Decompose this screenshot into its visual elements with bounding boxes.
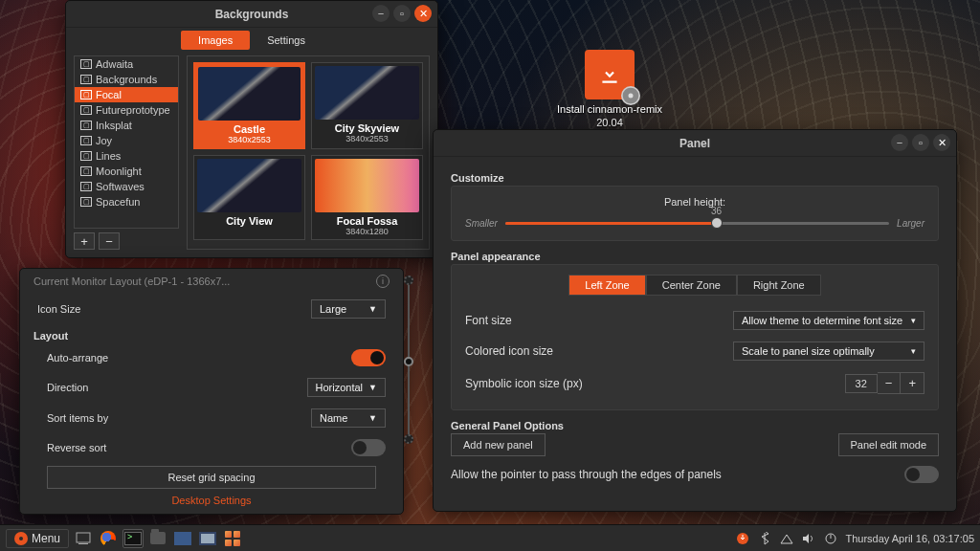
allow-pointer-toggle[interactable] (904, 466, 939, 483)
folder-icon: ▢ (80, 136, 92, 145)
symbolic-icon-label: Symbolic icon size (px) (465, 377, 583, 390)
volume-tray-icon[interactable] (801, 531, 816, 546)
thumbnail-name: Focal Fossa (315, 215, 419, 227)
appearance-section: Panel appearance (451, 251, 939, 262)
wallpaper-thumb[interactable]: City View (193, 155, 305, 240)
zone-right[interactable]: Right Zone (737, 275, 821, 296)
maximize-button[interactable]: ▫ (393, 5, 411, 22)
terminal-launcher[interactable] (122, 529, 144, 548)
close-button[interactable]: ✕ (414, 5, 432, 22)
task-window-1[interactable] (172, 529, 193, 548)
decrement-button[interactable]: − (878, 372, 902, 394)
wallpaper-grid[interactable]: Castle3840x2553City Skyview3840x2553City… (187, 55, 430, 250)
maximize-button[interactable]: ▫ (912, 134, 929, 151)
auto-arrange-label: Auto-arrange (47, 352, 108, 364)
caret-down-icon: ▾ (911, 346, 916, 356)
reverse-sort-toggle[interactable] (351, 439, 386, 456)
desktop-icon-label: Install cinnamon-remix 20.04 (547, 103, 672, 130)
info-icon[interactable]: i (376, 275, 390, 288)
panel-settings-window: Panel − ▫ ✕ Customize Panel height: Smal… (433, 129, 957, 512)
thumbnail-image (197, 159, 301, 212)
smaller-label: Smaller (465, 218, 498, 229)
task-window-2[interactable] (197, 529, 218, 548)
symbolic-icon-stepper[interactable]: 32 − + (845, 372, 924, 394)
menu-button[interactable]: Menu (6, 529, 69, 548)
icon-size-select[interactable]: Large▼ (311, 299, 386, 319)
folder-item[interactable]: ▢Futureprototype (75, 102, 178, 118)
panel-edit-mode-button[interactable]: Panel edit mode (838, 433, 940, 456)
installer-desktop-icon[interactable]: Install cinnamon-remix 20.04 (547, 50, 672, 130)
allow-pointer-label: Allow the pointer to pass through the ed… (451, 468, 722, 481)
folder-icon: ▢ (80, 166, 92, 176)
monitor-layout-header: Current Monitor Layout (eDP-1 - 1366x7..… (33, 276, 230, 287)
clock[interactable]: Thursday April 16, 03:17:05 (845, 533, 974, 544)
folder-list[interactable]: ▢Adwaita▢Backgrounds▢Focal▢Futureprototy… (74, 55, 179, 229)
bluetooth-tray-icon[interactable] (757, 531, 772, 546)
minimize-button[interactable]: − (891, 134, 908, 151)
download-icon (597, 62, 622, 87)
folder-item[interactable]: ▢Backgrounds (75, 72, 178, 87)
task-window-3[interactable] (222, 529, 243, 548)
backgrounds-titlebar[interactable]: Backgrounds − ▫ ✕ (66, 1, 437, 28)
folder-icon: ▢ (80, 75, 92, 84)
thumbnail-resolution: 3840x2553 (198, 135, 301, 144)
backgrounds-window: Backgrounds − ▫ ✕ Images Settings ▢Adwai… (65, 0, 438, 258)
firefox-launcher[interactable] (98, 529, 119, 548)
folder-item[interactable]: ▢Spacefun (75, 194, 178, 209)
folder-icon: ▢ (80, 182, 92, 191)
sort-select[interactable]: Name▼ (311, 408, 386, 428)
colored-icon-select[interactable]: Scale to panel size optimally▾ (733, 342, 924, 361)
folder-item[interactable]: ▢Joy (75, 133, 178, 148)
network-tray-icon[interactable] (779, 531, 794, 546)
desktop-settings-window: Current Monitor Layout (eDP-1 - 1366x7..… (19, 268, 404, 515)
customize-section: Customize (451, 172, 939, 184)
desktop-settings-link[interactable]: Desktop Settings (33, 489, 390, 506)
panel-height-label: Panel height: (465, 196, 924, 208)
update-tray-icon[interactable] (735, 531, 750, 546)
font-size-select[interactable]: Allow theme to determine font size▾ (733, 311, 924, 330)
folder-icon: ▢ (80, 151, 92, 161)
power-tray-icon[interactable] (823, 531, 838, 546)
ubuntu-logo-icon (14, 532, 28, 545)
folder-item[interactable]: ▢Lines (75, 148, 178, 164)
wallpaper-thumb[interactable]: City Skyview3840x2553 (311, 62, 423, 149)
wallpaper-thumb[interactable]: Focal Fossa3840x1280 (311, 155, 423, 240)
zone-center[interactable]: Center Zone (646, 275, 737, 296)
folder-icon: ▢ (80, 90, 92, 99)
wallpaper-thumb[interactable]: Castle3840x2553 (193, 62, 305, 149)
add-panel-button[interactable]: Add new panel (451, 433, 546, 456)
close-button[interactable]: ✕ (933, 134, 950, 151)
svg-point-1 (629, 94, 634, 99)
thumbnail-name: Castle (198, 123, 301, 135)
remove-folder-button[interactable]: − (99, 232, 120, 250)
reset-grid-button[interactable]: Reset grid spacing (47, 466, 376, 489)
auto-arrange-toggle[interactable] (351, 349, 386, 366)
add-folder-button[interactable]: + (74, 232, 95, 250)
caret-down-icon: ▾ (911, 316, 916, 325)
tab-settings[interactable]: Settings (250, 31, 323, 50)
layout-section-label: Layout (33, 330, 390, 342)
icon-size-label: Icon Size (37, 303, 80, 315)
show-desktop-button[interactable] (73, 529, 94, 548)
zone-left[interactable]: Left Zone (568, 275, 645, 296)
panel-height-slider[interactable]: 36 (505, 215, 889, 231)
caret-down-icon: ▼ (368, 383, 377, 392)
folder-icon: ▢ (80, 197, 92, 207)
folder-item[interactable]: ▢Focal (75, 87, 178, 102)
folder-item[interactable]: ▢Adwaita (75, 56, 178, 72)
font-size-label: Font size (465, 314, 512, 327)
minimize-button[interactable]: − (372, 5, 390, 22)
bg-tabbar: Images Settings (66, 28, 437, 55)
general-section: General Panel Options (451, 420, 939, 431)
files-launcher[interactable] (147, 529, 168, 548)
folder-item[interactable]: ▢Softwaves (75, 179, 178, 194)
panel-titlebar[interactable]: Panel − ▫ ✕ (434, 130, 956, 157)
folder-item[interactable]: ▢Moonlight (75, 164, 178, 179)
grid-spacing-slider[interactable] (397, 278, 420, 441)
direction-select[interactable]: Horizontal▼ (307, 378, 386, 397)
increment-button[interactable]: + (901, 372, 924, 394)
folder-item[interactable]: ▢Inksplat (75, 118, 178, 133)
thumbnail-resolution: 3840x2553 (315, 134, 419, 143)
tab-images[interactable]: Images (181, 31, 250, 50)
svg-rect-4 (174, 532, 191, 545)
